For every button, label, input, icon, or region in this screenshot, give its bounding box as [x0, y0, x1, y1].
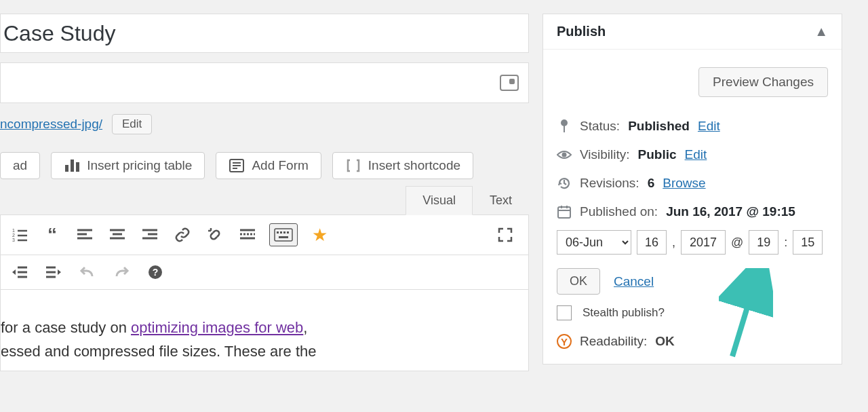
status-line: Status: Published Edit [557, 112, 828, 141]
published-on-value: Jun 16, 2017 @ 19:15 [666, 204, 795, 219]
editor-column: Case Study ncompressed-jpg/ Edit ad Inse… [0, 0, 542, 412]
collapse-icon: ▲ [814, 24, 828, 39]
svg-rect-28 [287, 231, 289, 233]
toolbar-row-2: ? [0, 255, 529, 290]
add-form-button[interactable]: Add Form [216, 152, 321, 179]
browse-revisions-link[interactable]: Browse [663, 176, 705, 191]
cancel-link[interactable]: Cancel [614, 274, 654, 289]
svg-text:2: 2 [12, 233, 15, 238]
readmore-icon[interactable] [237, 225, 258, 245]
svg-text:1: 1 [12, 228, 15, 233]
publish-panel-title: Publish [557, 24, 606, 39]
content-area[interactable]: for a case study on optimizing images fo… [0, 290, 529, 371]
pin-icon [557, 119, 572, 134]
keyboard-icon[interactable] [269, 223, 298, 246]
editor-tabs: Visual Text [0, 186, 529, 215]
revisions-line: Revisions: 6 Browse [557, 169, 828, 198]
status-value: Published [628, 119, 690, 134]
edit-status-link[interactable]: Edit [698, 119, 720, 134]
shortcode-icon [345, 158, 361, 173]
published-on-line: Published on: Jun 16, 2017 @ 19:15 [557, 198, 828, 226]
edit-visibility-link[interactable]: Edit [685, 147, 707, 162]
svg-rect-27 [283, 231, 285, 233]
blockquote-icon[interactable]: “ [41, 225, 63, 245]
svg-rect-41 [558, 207, 570, 218]
hour-input[interactable] [749, 230, 778, 255]
content-text-2: essed and compressed file sizes. These a… [1, 339, 528, 363]
stealth-checkbox[interactable] [557, 305, 572, 320]
tab-visual[interactable]: Visual [406, 186, 473, 215]
post-title-text: Case Study [1, 21, 115, 46]
id-card-icon [500, 75, 519, 91]
form-icon [229, 158, 245, 173]
permalink-box [0, 62, 529, 103]
yoast-icon: Y [557, 334, 572, 349]
svg-point-38 [561, 119, 568, 126]
help-icon[interactable]: ? [144, 262, 166, 282]
preview-changes-button[interactable]: Preview Changes [698, 67, 828, 97]
align-right-icon[interactable] [139, 225, 161, 245]
sidebar-column: Publish ▲ Preview Changes Status: Publis… [542, 0, 868, 412]
svg-rect-25 [277, 231, 279, 233]
content-text: for a case study on [1, 319, 131, 336]
publish-panel-header[interactable]: Publish ▲ [543, 14, 842, 50]
svg-rect-39 [564, 126, 565, 132]
svg-text:3: 3 [12, 238, 15, 242]
toolbar-row-1: 123 “ ★ [0, 215, 529, 255]
minute-input[interactable] [793, 230, 823, 255]
date-edit-row: 06-Jun , @ : [557, 226, 828, 263]
visibility-line: Visibility: Public Edit [557, 141, 828, 169]
svg-text:?: ? [153, 267, 159, 278]
link-icon[interactable] [172, 225, 193, 245]
numbered-list-icon[interactable]: 123 [9, 225, 31, 245]
tab-text[interactable]: Text [473, 186, 529, 214]
insert-pricing-table-button[interactable]: Insert pricing table [51, 152, 205, 179]
star-icon[interactable]: ★ [309, 225, 330, 245]
align-left-icon[interactable] [74, 225, 96, 245]
month-select[interactable]: 06-Jun [557, 230, 631, 255]
fullscreen-icon[interactable] [494, 225, 516, 245]
ok-button[interactable]: OK [557, 268, 600, 295]
year-input[interactable] [681, 230, 726, 255]
stealth-label: Stealth publish? [583, 306, 665, 320]
svg-rect-26 [280, 231, 282, 233]
publish-metabox: Publish ▲ Preview Changes Status: Publis… [542, 14, 842, 364]
content-link[interactable]: optimizing images for web [131, 319, 303, 336]
insert-shortcode-button[interactable]: Insert shortcode [332, 152, 473, 179]
bars-icon [64, 158, 80, 173]
readability-row: Y Readability: OK [557, 324, 828, 349]
permalink-row: ncompressed-jpg/ Edit [0, 114, 529, 134]
permalink-link[interactable]: ncompressed-jpg/ [0, 117, 102, 132]
align-center-icon[interactable] [106, 225, 128, 245]
ad-button[interactable]: ad [0, 152, 40, 179]
stealth-row: Stealth publish? [557, 295, 828, 324]
readability-value: OK [655, 334, 675, 349]
outdent-icon[interactable] [9, 262, 31, 282]
svg-rect-24 [275, 229, 292, 241]
svg-rect-29 [279, 236, 288, 238]
eye-icon [557, 149, 572, 160]
visibility-value: Public [638, 147, 677, 162]
indent-icon[interactable] [43, 262, 64, 282]
unlink-icon[interactable] [204, 225, 226, 245]
post-title-input[interactable]: Case Study [0, 14, 529, 53]
svg-point-40 [562, 153, 567, 157]
revisions-count: 6 [648, 176, 655, 191]
redo-icon[interactable] [111, 262, 132, 282]
edit-permalink-button[interactable]: Edit [112, 114, 152, 134]
day-input[interactable] [637, 230, 667, 255]
undo-icon[interactable] [77, 262, 98, 282]
media-buttons-row: ad Insert pricing table Add Form Insert … [0, 152, 529, 179]
revisions-icon [557, 176, 572, 191]
calendar-icon [557, 205, 572, 219]
